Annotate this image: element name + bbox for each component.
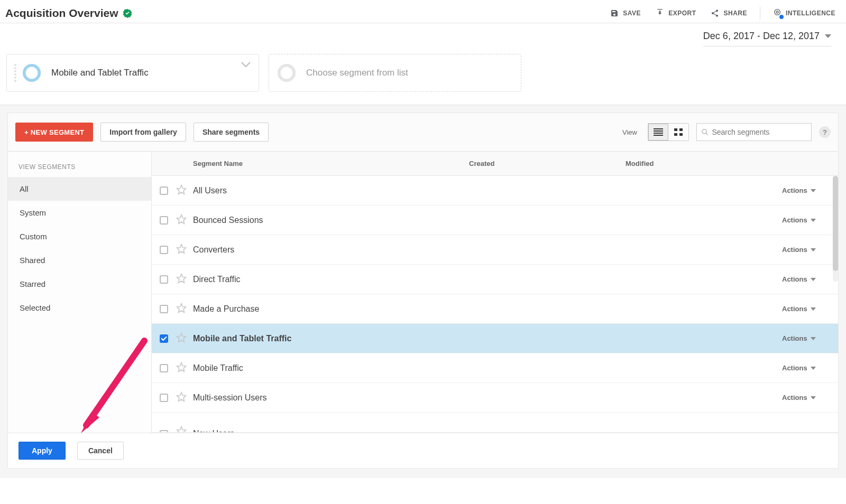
svg-marker-17	[177, 274, 186, 283]
actions-menu[interactable]: Actions	[782, 305, 807, 313]
page-title: Acquisition Overview	[5, 7, 118, 20]
table-row[interactable]: Mobile TrafficActions	[152, 353, 838, 383]
intelligence-button[interactable]: INTELLIGENCE	[773, 8, 835, 18]
list-icon	[654, 128, 663, 136]
segment-chip-add[interactable]: Choose segment from list	[269, 54, 521, 92]
svg-rect-11	[679, 133, 683, 136]
help-button[interactable]: ?	[819, 126, 831, 138]
view-grid-button[interactable]	[668, 124, 688, 141]
header-separator	[760, 7, 760, 20]
table-header: Segment Name Created Modified	[152, 152, 838, 176]
save-icon	[610, 9, 619, 17]
col-header-created[interactable]: Created	[469, 160, 626, 167]
new-segment-button[interactable]: + NEW SEGMENT	[15, 123, 93, 142]
notification-badge	[778, 14, 785, 20]
chevron-down-icon	[811, 248, 816, 251]
row-checkbox[interactable]	[160, 364, 168, 372]
actions-menu[interactable]: Actions	[782, 394, 807, 402]
star-icon[interactable]	[176, 303, 187, 313]
actions-menu[interactable]: Actions	[782, 364, 807, 372]
share-button[interactable]: SHARE	[711, 9, 747, 17]
nav-item-selected[interactable]: Selected	[8, 296, 151, 320]
table-row[interactable]: Multi-session UsersActions	[152, 383, 838, 413]
segment-name: Multi-session Users	[193, 393, 469, 403]
svg-rect-8	[674, 128, 677, 131]
save-button[interactable]: SAVE	[610, 9, 641, 17]
apply-button[interactable]: Apply	[19, 442, 66, 460]
segment-filter-nav: VIEW SEGMENTS AllSystemCustomSharedStarr…	[8, 152, 152, 433]
svg-point-2	[24, 66, 40, 81]
table-row[interactable]: All UsersActions	[152, 176, 838, 206]
actions-menu[interactable]: Actions	[782, 334, 807, 342]
actions-menu[interactable]: Actions	[782, 186, 807, 194]
svg-marker-16	[177, 244, 186, 253]
search-icon	[701, 128, 709, 136]
panel-footer: Apply Cancel	[8, 433, 838, 468]
nav-item-shared[interactable]: Shared	[8, 248, 151, 272]
chevron-down-icon	[241, 61, 251, 68]
svg-point-3	[279, 66, 295, 81]
star-icon[interactable]	[176, 362, 187, 372]
svg-marker-21	[177, 392, 186, 401]
chevron-down-icon	[811, 307, 816, 311]
table-row[interactable]: Bounced SessionsActions	[152, 206, 838, 235]
export-button[interactable]: EXPORT	[656, 9, 696, 17]
svg-marker-14	[177, 185, 186, 194]
date-range-selector[interactable]: Dec 6, 2017 - Dec 12, 2017	[703, 31, 831, 46]
row-checkbox[interactable]	[160, 275, 168, 284]
actions-menu[interactable]: Actions	[782, 246, 807, 254]
nav-item-system[interactable]: System	[8, 201, 151, 225]
chevron-down-icon	[811, 367, 816, 370]
segment-name: Direct Traffic	[193, 275, 469, 284]
svg-rect-7	[654, 135, 663, 136]
nav-item-all[interactable]: All	[8, 177, 151, 201]
search-input-wrap[interactable]	[696, 123, 812, 141]
segment-chip-selected[interactable]: Mobile and Tablet Traffic	[6, 54, 259, 92]
nav-heading: VIEW SEGMENTS	[8, 152, 151, 177]
share-segments-button[interactable]: Share segments	[194, 123, 269, 142]
row-checkbox[interactable]	[160, 305, 168, 313]
svg-rect-9	[679, 128, 683, 131]
table-row[interactable]: Made a PurchaseActions	[152, 294, 838, 324]
actions-menu[interactable]: Actions	[782, 216, 807, 224]
page-header: Acquisition Overview SAVE EXPORT SHARE I…	[0, 0, 846, 23]
col-header-name[interactable]: Segment Name	[193, 160, 469, 167]
row-checkbox[interactable]	[160, 334, 168, 343]
table-row[interactable]: Direct TrafficActions	[152, 265, 838, 294]
star-icon[interactable]	[176, 273, 187, 284]
chevron-down-icon	[811, 396, 816, 399]
table-row[interactable]: ConvertersActions	[152, 235, 838, 265]
row-checkbox[interactable]	[160, 216, 168, 225]
view-list-button[interactable]	[648, 124, 668, 141]
nav-item-custom[interactable]: Custom	[8, 225, 151, 248]
col-header-modified[interactable]: Modified	[626, 160, 782, 167]
svg-rect-10	[674, 133, 677, 136]
svg-marker-19	[177, 333, 186, 342]
star-icon[interactable]	[176, 184, 187, 195]
row-checkbox[interactable]	[160, 186, 168, 195]
actions-menu[interactable]: Actions	[782, 275, 807, 283]
actions-menu[interactable]: Actions	[782, 431, 807, 433]
import-button[interactable]: Import from gallery	[100, 123, 186, 142]
segment-toolbar: + NEW SEGMENT Import from gallery Share …	[8, 113, 838, 151]
star-icon[interactable]	[176, 332, 187, 343]
scrollbar[interactable]	[833, 176, 838, 282]
segment-name: Made a Purchase	[193, 304, 469, 314]
nav-item-starred[interactable]: Starred	[8, 272, 151, 296]
cancel-button[interactable]: Cancel	[77, 442, 124, 460]
row-checkbox[interactable]	[160, 246, 168, 254]
svg-marker-15	[177, 214, 186, 223]
star-icon[interactable]	[176, 214, 187, 225]
star-icon[interactable]	[176, 391, 187, 402]
row-checkbox[interactable]	[160, 430, 168, 433]
share-icon	[711, 9, 719, 17]
star-icon[interactable]	[176, 426, 187, 433]
svg-rect-6	[654, 133, 663, 134]
search-input[interactable]	[712, 128, 807, 136]
segment-name: Mobile and Tablet Traffic	[193, 334, 469, 343]
table-row[interactable]: Mobile and Tablet TrafficActions	[152, 324, 838, 353]
table-row[interactable]: New UsersActions	[152, 413, 838, 433]
row-checkbox[interactable]	[160, 394, 168, 402]
star-icon[interactable]	[176, 244, 187, 254]
svg-point-12	[702, 129, 706, 134]
